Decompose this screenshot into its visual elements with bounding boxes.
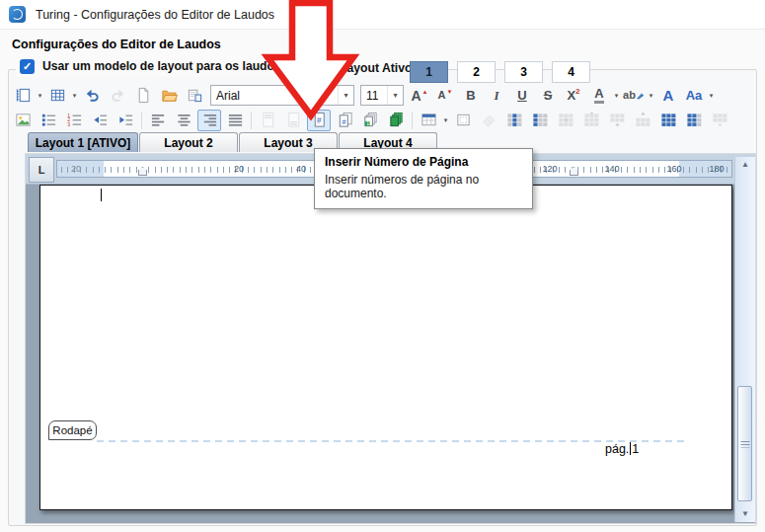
ruler-number: 20 bbox=[71, 164, 81, 174]
layout-2-button[interactable]: 2 bbox=[457, 61, 496, 83]
font-color-button[interactable]: A bbox=[587, 85, 611, 107]
bullet-list-button[interactable] bbox=[37, 110, 60, 131]
layout-4-button[interactable]: 4 bbox=[552, 61, 590, 83]
footer-page-label[interactable]: pág.1 bbox=[605, 442, 639, 456]
tooltip: Inserir Número de Página Inserir números… bbox=[314, 148, 533, 209]
save-layout-button[interactable] bbox=[183, 85, 206, 107]
tooltip-description: Inserir números de página no documento. bbox=[325, 173, 522, 200]
insert-column-left-button[interactable] bbox=[502, 110, 526, 131]
justify-button[interactable] bbox=[223, 110, 247, 131]
footer-section-tab[interactable]: Rodapé bbox=[48, 420, 97, 440]
title-bar: Turing - Configurações do Editor de Laud… bbox=[0, 0, 765, 30]
toolbar-separator bbox=[141, 112, 142, 129]
decrease-indent-button[interactable] bbox=[88, 110, 112, 131]
insert-image-button[interactable] bbox=[11, 110, 35, 131]
undo-button[interactable] bbox=[80, 85, 104, 107]
font-color-dropdown[interactable]: ▾ bbox=[612, 92, 621, 100]
use-layout-checkbox-label: Usar um modelo de layout para os laudos bbox=[42, 59, 281, 73]
layout-3-button[interactable]: 3 bbox=[504, 61, 543, 83]
ruler-number: 180 bbox=[709, 164, 724, 174]
page-title: Configurações do Editor de Laudos bbox=[12, 38, 221, 51]
split-cells-button bbox=[579, 110, 603, 131]
font-dialog-button[interactable]: A bbox=[656, 85, 680, 107]
insert-table-button[interactable] bbox=[417, 110, 440, 131]
footer-label-text: pág. bbox=[605, 442, 629, 456]
svg-text:3: 3 bbox=[67, 121, 70, 127]
cell-borders-button[interactable] bbox=[451, 110, 475, 131]
erase-cells-button bbox=[477, 110, 500, 131]
page-number-value: 1 bbox=[632, 442, 639, 456]
scroll-thumb[interactable] bbox=[737, 386, 752, 501]
use-layout-checkbox[interactable]: ✓ bbox=[20, 59, 35, 74]
page-layout-button[interactable] bbox=[11, 85, 35, 107]
layout-1-button[interactable]: 1 bbox=[410, 61, 448, 83]
text-highlight-button[interactable]: ab bbox=[622, 85, 646, 107]
align-right-button[interactable] bbox=[197, 110, 221, 131]
vertical-scrollbar[interactable]: ▲ ▼ bbox=[734, 157, 755, 522]
delete-row-button bbox=[605, 110, 629, 131]
window-title: Turing - Configurações do Editor de Laud… bbox=[36, 8, 274, 22]
toolbar-separator bbox=[412, 112, 413, 129]
text-highlight-dropdown[interactable]: ▾ bbox=[647, 92, 655, 100]
align-left-button[interactable] bbox=[146, 110, 170, 131]
font-size-combo[interactable]: 11 ▾ bbox=[360, 85, 404, 106]
shrink-font-button[interactable]: A▼ bbox=[433, 85, 457, 107]
page-layout-dropdown[interactable]: ▾ bbox=[36, 92, 44, 100]
insert-column-right-button[interactable] bbox=[528, 110, 552, 131]
grow-font-button[interactable]: A▲ bbox=[408, 85, 431, 107]
ruler-number: 120 bbox=[542, 164, 557, 174]
footer-boundary-line bbox=[97, 440, 689, 442]
numbered-list-button[interactable]: 123 bbox=[62, 110, 86, 131]
ruler-number: 160 bbox=[666, 164, 681, 174]
scroll-grip-icon bbox=[740, 440, 749, 447]
scroll-down-button[interactable]: ▼ bbox=[735, 507, 755, 521]
tab-layout-2[interactable]: Layout 2 bbox=[139, 132, 238, 152]
ruler-number: 40 bbox=[296, 164, 306, 174]
tooltip-title: Inserir Número de Página bbox=[325, 155, 522, 169]
tab-stop-selector[interactable]: L bbox=[29, 157, 54, 183]
delete-table-button bbox=[708, 110, 731, 131]
bold-button[interactable]: B bbox=[459, 85, 483, 107]
strikethrough-button[interactable]: S bbox=[536, 85, 560, 107]
merge-cells-button bbox=[554, 110, 577, 131]
toolbar-separator bbox=[251, 112, 252, 129]
toolbar-row-2: 123##1▾ bbox=[10, 108, 732, 132]
select-cells-button[interactable] bbox=[682, 110, 706, 131]
increase-indent-button[interactable] bbox=[114, 110, 137, 131]
tab-layout-1[interactable]: Layout 1 [ATIVO] bbox=[28, 132, 138, 152]
new-document-button[interactable] bbox=[131, 85, 155, 107]
change-case-dropdown[interactable]: ▾ bbox=[707, 92, 716, 100]
superscript-button[interactable]: X2 bbox=[562, 85, 585, 107]
open-file-button[interactable] bbox=[157, 85, 181, 107]
insert-table-dropdown[interactable]: ▾ bbox=[441, 116, 450, 124]
underline-button[interactable]: U bbox=[510, 85, 534, 107]
insert-row-above-button bbox=[631, 110, 654, 131]
scroll-up-button[interactable]: ▲ bbox=[735, 158, 755, 172]
use-layout-checkbox-row: ✓ Usar um modelo de layout para os laudo… bbox=[16, 55, 288, 77]
change-case-button[interactable]: Aa bbox=[682, 85, 706, 107]
table-layout-dropdown[interactable]: ▾ bbox=[70, 92, 79, 100]
font-size-dropdown[interactable]: ▾ bbox=[387, 86, 403, 105]
text-caret bbox=[101, 189, 102, 201]
ruler-number: 140 bbox=[604, 164, 619, 174]
page-stack-button[interactable] bbox=[384, 110, 408, 131]
redo-button bbox=[106, 85, 129, 107]
ruler-number: 20 bbox=[234, 164, 244, 174]
italic-button[interactable]: I bbox=[485, 85, 508, 107]
svg-text:1: 1 bbox=[366, 120, 369, 126]
select-table-button[interactable] bbox=[656, 110, 680, 131]
document-page[interactable]: Rodapé pág.1 bbox=[39, 185, 732, 510]
align-center-button[interactable] bbox=[172, 110, 195, 131]
table-layout-button[interactable] bbox=[45, 85, 69, 107]
layout-selector: 1 2 3 4 bbox=[410, 61, 590, 83]
red-arrow-annotation bbox=[255, 0, 365, 124]
app-icon bbox=[9, 6, 26, 23]
